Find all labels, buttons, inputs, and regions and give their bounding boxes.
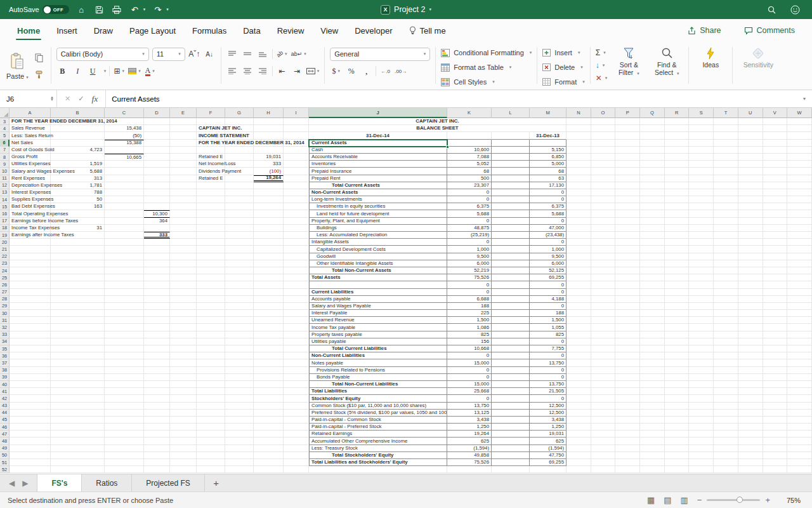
cell-N4[interactable] — [566, 125, 591, 132]
cell-S32[interactable] — [689, 324, 714, 331]
cell-D22[interactable] — [144, 253, 170, 260]
row-header-11[interactable]: 11 — [0, 175, 10, 182]
cell-T46[interactable] — [714, 424, 738, 431]
cell-Q44[interactable] — [640, 410, 665, 417]
increase-indent-button[interactable]: ⇥ — [291, 65, 303, 77]
cell-E44[interactable] — [170, 410, 197, 417]
cell-G34[interactable] — [225, 338, 254, 345]
cell-P11[interactable] — [615, 175, 640, 182]
cell-S37[interactable] — [689, 359, 714, 366]
cell-L49[interactable] — [492, 445, 530, 452]
cell-P22[interactable] — [615, 253, 640, 260]
cell-R25[interactable] — [665, 274, 690, 281]
cell-S3[interactable] — [689, 118, 714, 125]
cell-I48[interactable] — [284, 438, 309, 444]
row-header-28[interactable]: 28 — [0, 296, 10, 303]
cell-M22[interactable]: 9,500 — [530, 253, 566, 260]
cell-S28[interactable] — [689, 296, 714, 303]
cell-T34[interactable] — [714, 338, 738, 345]
cell-I25[interactable] — [284, 274, 309, 281]
undo-chevron-icon[interactable]: ▾ — [143, 7, 146, 12]
cell-B45[interactable] — [51, 417, 105, 424]
cell-F29[interactable] — [197, 303, 225, 310]
cell-V18[interactable] — [763, 225, 788, 232]
cell-N39[interactable] — [566, 374, 591, 381]
cell-O23[interactable] — [591, 260, 616, 267]
cell-J49[interactable]: Less: Treasury Stock — [309, 445, 447, 452]
cell-H41[interactable] — [254, 388, 284, 395]
ribbon-tab-home[interactable]: Home — [9, 19, 48, 42]
cell-S31[interactable] — [689, 317, 714, 324]
cell-T42[interactable] — [714, 395, 738, 402]
cell-B49[interactable] — [51, 445, 105, 452]
cell-D32[interactable] — [144, 324, 170, 331]
cell-S46[interactable] — [689, 424, 714, 431]
cell-F23[interactable] — [197, 260, 225, 267]
cell-R46[interactable] — [665, 424, 690, 431]
cell-W9[interactable] — [787, 161, 812, 168]
cell-P18[interactable] — [615, 225, 640, 232]
cell-J40[interactable]: Total Non-Current Liabilities — [309, 381, 447, 388]
cell-V16[interactable] — [763, 210, 788, 217]
cell-P49[interactable] — [615, 445, 640, 452]
cell-C8[interactable]: 10,665 — [105, 154, 144, 161]
cell-M47[interactable]: 19,031 — [530, 431, 566, 438]
cell-M6[interactable] — [530, 140, 566, 147]
cell-B28[interactable] — [51, 296, 105, 303]
cell-C35[interactable] — [105, 345, 144, 352]
row-header-3[interactable]: 3 — [0, 118, 10, 125]
cell-N40[interactable] — [566, 381, 591, 388]
cell-D31[interactable] — [144, 317, 170, 324]
cell-E39[interactable] — [170, 374, 197, 381]
select-all-corner[interactable] — [0, 108, 10, 118]
cell-V34[interactable] — [763, 338, 788, 345]
cell-T31[interactable] — [714, 317, 738, 324]
cell-B51[interactable] — [51, 459, 105, 466]
cell-G7[interactable] — [225, 147, 254, 154]
cell-R10[interactable] — [665, 168, 690, 175]
cell-L41[interactable] — [492, 388, 530, 395]
increase-decimal-button[interactable]: ←.0 — [379, 65, 391, 77]
undo-icon[interactable]: ↶ — [129, 4, 140, 15]
cell-E6[interactable] — [170, 140, 197, 147]
cell-M10[interactable]: 68 — [530, 168, 566, 175]
cell-H25[interactable] — [254, 274, 284, 281]
cell-I41[interactable] — [284, 388, 309, 395]
cell-A21[interactable] — [10, 246, 51, 253]
cell-U29[interactable] — [738, 303, 763, 310]
cell-E40[interactable] — [170, 381, 197, 388]
cell-T25[interactable] — [714, 274, 738, 281]
cell-L36[interactable] — [492, 352, 530, 359]
cell-C4[interactable]: 15,438 — [105, 125, 144, 132]
cell-M20[interactable]: 0 — [530, 239, 566, 246]
cell-H10[interactable]: (100) — [254, 168, 284, 175]
cell-D25[interactable] — [144, 274, 170, 281]
cell-Q10[interactable] — [640, 168, 665, 175]
cell-V24[interactable] — [763, 267, 788, 274]
cell-A5[interactable]: Less: Sales Return — [10, 132, 51, 139]
cell-U33[interactable] — [738, 331, 763, 338]
cell-A37[interactable] — [10, 359, 51, 366]
cell-R23[interactable] — [665, 260, 690, 267]
col-header-D[interactable]: D — [144, 108, 170, 118]
row-header-14[interactable]: 14 — [0, 196, 10, 203]
cell-N10[interactable] — [566, 168, 591, 175]
cell-T21[interactable] — [714, 246, 738, 253]
cell-T17[interactable] — [714, 218, 738, 225]
cell-J47[interactable]: Retained Earnings — [309, 431, 447, 438]
cell-P42[interactable] — [615, 395, 640, 402]
cell-T48[interactable] — [714, 438, 738, 444]
cell-Q17[interactable] — [640, 218, 665, 225]
row-header-38[interactable]: 38 — [0, 367, 10, 374]
cell-V29[interactable] — [763, 303, 788, 310]
cell-U19[interactable] — [738, 232, 763, 239]
cell-H42[interactable] — [254, 395, 284, 402]
row-header-7[interactable]: 7 — [0, 147, 10, 154]
cell-S38[interactable] — [689, 367, 714, 374]
cell-L23[interactable] — [492, 260, 530, 267]
cell-N27[interactable] — [566, 289, 591, 296]
ribbon-tab-data[interactable]: Data — [235, 19, 268, 42]
align-left-button[interactable] — [226, 65, 239, 77]
cell-T38[interactable] — [714, 367, 738, 374]
cell-A32[interactable] — [10, 324, 51, 331]
